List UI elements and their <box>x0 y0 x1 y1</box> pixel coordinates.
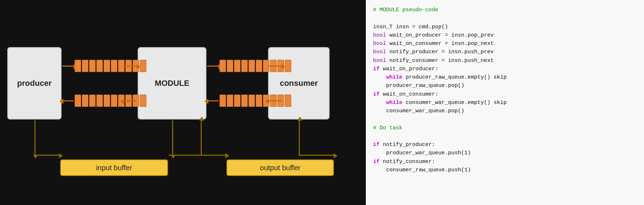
arrow-outputbuf-to-consumer <box>298 155 334 156</box>
input-buffer-box: input buffer <box>60 159 168 176</box>
code-line-10: while consumer_war_queue.empty() skip <box>373 99 637 107</box>
consumer-box: consumer <box>268 47 330 120</box>
arrow-queue1-to-module <box>123 66 137 67</box>
arrow-module-to-queue3 <box>124 100 137 101</box>
arrow-outputbuf-to-module <box>201 155 226 156</box>
code-line-3: bool wait_on_consumer = insn.pop_next <box>373 39 637 48</box>
code-line-5: bool notify_consumer = insn.push_next <box>373 57 637 65</box>
code-line-2: bool wait_on_producer = insn.pop_prev <box>373 31 637 39</box>
arrow-queue2-to-consumer <box>268 66 282 67</box>
arrow-module-to-queue2 <box>207 66 219 67</box>
code-line-11: consumer_war_queue.pop() <box>373 107 637 115</box>
code-line-15: consumer_raw_queue.push(1) <box>373 166 637 174</box>
arrow-producer-to-queue1 <box>62 66 74 67</box>
code-line-9: if wait_on_consumer: <box>373 90 637 99</box>
code-blank-1 <box>373 14 637 22</box>
code-line-4: bool notify_producer = insn.push_prev <box>373 48 637 56</box>
arrow-producer-down <box>34 120 35 155</box>
arrow-producer-to-inputbuf <box>34 155 59 156</box>
code-line-12: if notify_producer: <box>373 141 637 149</box>
code-blank-3 <box>373 132 637 141</box>
code-line-13: producer_war_queue.push(1) <box>373 149 637 157</box>
module-box: MODULE <box>138 47 206 120</box>
arrow-queue4-to-module <box>208 100 219 101</box>
arrow-module-up <box>201 120 202 155</box>
code-line-14: if notify_consumer: <box>373 158 637 166</box>
code-line-7: while producer_raw_queue.empty() skip <box>373 73 637 81</box>
code-line-1: insn_T insn = cmd.pop() <box>373 23 637 31</box>
arrow-consumer-to-queue4 <box>269 100 282 101</box>
code-blank-2 <box>373 115 637 124</box>
code-line-6: if wait_on_producer: <box>373 65 637 73</box>
diagram-area: producer MODULE consumer <box>0 0 366 205</box>
code-panel: # MODULE pseudo-code insn_T insn = cmd.p… <box>366 0 644 205</box>
arrow-consumer-up <box>299 120 300 155</box>
arrow-queue3-to-producer <box>63 100 74 101</box>
output-buffer-box: output buffer <box>226 159 334 176</box>
code-do-task: # Do task <box>373 124 637 132</box>
code-title: # MODULE pseudo-code <box>373 6 637 14</box>
code-line-8: producer_raw_queue.pop() <box>373 81 637 90</box>
arrow-module-down <box>172 120 173 155</box>
producer-box: producer <box>7 47 62 120</box>
